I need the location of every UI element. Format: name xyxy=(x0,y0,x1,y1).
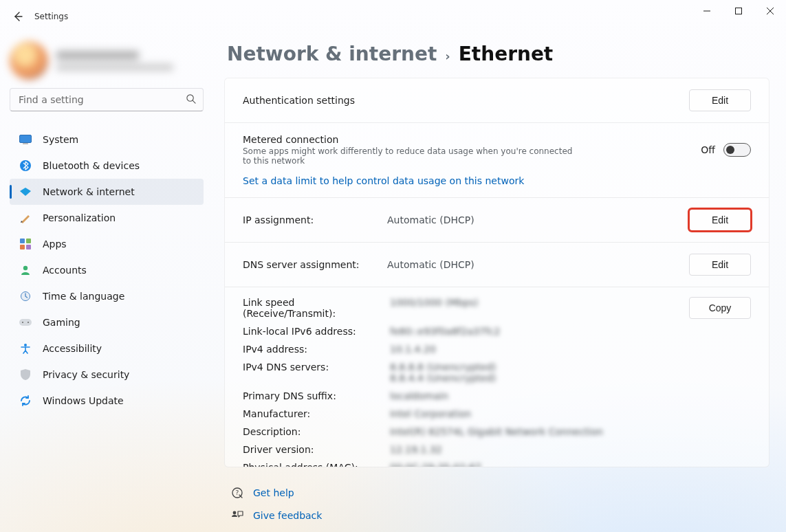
edit-auth-button[interactable]: Edit xyxy=(689,89,751,111)
system-icon xyxy=(18,132,33,147)
detail-value: 8.8.8.8 (Unencrypted) 8.8.4.4 (Unencrypt… xyxy=(390,362,675,384)
detail-key: Driver version: xyxy=(243,444,387,455)
svg-rect-11 xyxy=(19,319,32,326)
sidebar-item-label: Privacy & security xyxy=(43,369,129,380)
user-account-area[interactable] xyxy=(10,36,204,85)
data-limit-link[interactable]: Set a data limit to help control data us… xyxy=(243,175,524,186)
feedback-icon xyxy=(228,510,246,521)
window-controls xyxy=(691,0,786,22)
footer-link-label: Get help xyxy=(253,487,294,498)
row-value: Automatic (DHCP) xyxy=(387,259,689,270)
settings-panel: Authentication settings Edit Metered con… xyxy=(224,78,769,467)
sidebar-item-apps[interactable]: Apps xyxy=(10,231,204,257)
sidebar-item-label: Windows Update xyxy=(43,395,124,406)
detail-value: 10.1.4.20 xyxy=(390,344,675,355)
svg-point-1 xyxy=(187,95,193,101)
maximize-icon xyxy=(735,8,742,14)
close-button[interactable] xyxy=(754,0,786,22)
row-title: Authentication settings xyxy=(243,95,689,106)
svg-rect-6 xyxy=(26,239,31,243)
row-value: Automatic (DHCP) xyxy=(387,214,689,225)
breadcrumb-parent[interactable]: Network & internet xyxy=(227,43,437,65)
svg-rect-5 xyxy=(20,239,25,243)
sidebar-item-network[interactable]: Network & internet xyxy=(10,179,204,205)
accounts-icon xyxy=(18,263,33,278)
search-box[interactable] xyxy=(10,88,204,111)
back-button[interactable] xyxy=(4,11,32,22)
network-icon xyxy=(18,184,33,199)
detail-key: Primary DNS suffix: xyxy=(243,390,387,401)
detail-key: Link speed (Receive/Transmit): xyxy=(243,297,387,319)
row-dns-assignment: DNS server assignment: Automatic (DHCP) … xyxy=(225,243,769,287)
breadcrumb: Network & internet › Ethernet xyxy=(227,43,769,65)
detail-value: fe80::e93f0a8f2a37fc2 xyxy=(390,326,675,337)
edit-ip-button[interactable]: Edit xyxy=(689,209,751,231)
detail-key: Description: xyxy=(243,426,387,437)
detail-key: Manufacturer: xyxy=(243,408,387,419)
gaming-icon xyxy=(18,315,33,330)
svg-rect-7 xyxy=(20,245,25,250)
update-icon xyxy=(18,393,33,408)
give-feedback-link[interactable]: Give feedback xyxy=(228,510,769,521)
metered-toggle[interactable] xyxy=(723,143,751,157)
detail-value: 1000/1000 (Mbps) xyxy=(390,297,675,319)
help-icon: ? xyxy=(228,487,246,499)
detail-value: localdomain xyxy=(390,390,675,401)
sidebar-item-label: Accounts xyxy=(43,265,87,276)
detail-key: Physical address (MAC): xyxy=(243,462,387,467)
footer-links: ? Get help Give feedback xyxy=(224,487,769,532)
search-icon xyxy=(186,93,196,106)
sidebar-item-label: System xyxy=(43,134,78,145)
edit-dns-button[interactable]: Edit xyxy=(689,254,751,276)
arrow-left-icon xyxy=(12,11,23,22)
detail-value: Intel(R) 82574L Gigabit Network Connecti… xyxy=(390,426,675,437)
footer-link-label: Give feedback xyxy=(253,510,322,521)
row-title: Metered connection xyxy=(243,134,701,145)
svg-rect-3 xyxy=(23,143,28,144)
svg-text:?: ? xyxy=(236,489,239,496)
clock-icon xyxy=(18,289,33,304)
sidebar-item-label: Gaming xyxy=(43,317,80,328)
svg-rect-2 xyxy=(20,135,32,143)
sidebar-item-accessibility[interactable]: Accessibility xyxy=(10,335,204,362)
get-help-link[interactable]: ? Get help xyxy=(228,487,769,499)
sidebar-item-accounts[interactable]: Accounts xyxy=(10,257,204,283)
sidebar-item-label: Personalization xyxy=(43,212,116,223)
sidebar-item-system[interactable]: System xyxy=(10,126,204,153)
search-input[interactable] xyxy=(10,94,203,105)
minimize-button[interactable] xyxy=(691,0,723,22)
sidebar-item-bluetooth[interactable]: Bluetooth & devices xyxy=(10,153,204,179)
apps-icon xyxy=(18,236,33,252)
main-content: Network & internet › Ethernet Authentica… xyxy=(213,33,786,532)
sidebar-item-personalization[interactable]: Personalization xyxy=(10,205,204,231)
personalization-icon xyxy=(18,210,33,225)
sidebar-item-privacy[interactable]: Privacy & security xyxy=(10,362,204,388)
title-bar: Settings xyxy=(0,0,786,33)
toggle-state-label: Off xyxy=(701,144,715,155)
nav-list: System Bluetooth & devices Network & int… xyxy=(10,126,204,414)
svg-point-13 xyxy=(28,322,29,323)
sidebar-item-label: Bluetooth & devices xyxy=(43,160,140,171)
sidebar-item-update[interactable]: Windows Update xyxy=(10,388,204,414)
sidebar-item-label: Accessibility xyxy=(43,343,102,354)
sidebar-item-gaming[interactable]: Gaming xyxy=(10,309,204,335)
detail-key: Link-local IPv6 address: xyxy=(243,326,387,337)
accessibility-icon xyxy=(18,341,33,356)
sidebar-item-label: Apps xyxy=(43,239,67,250)
bluetooth-icon xyxy=(18,158,33,173)
app-title: Settings xyxy=(34,12,68,21)
sidebar-item-time[interactable]: Time & language xyxy=(10,283,204,309)
svg-point-17 xyxy=(233,511,237,515)
breadcrumb-current: Ethernet xyxy=(459,43,554,65)
row-label: IP assignment: xyxy=(243,214,314,225)
sidebar-item-label: Network & internet xyxy=(43,186,135,197)
row-authentication: Authentication settings Edit xyxy=(225,78,769,123)
detail-key: IPv4 address: xyxy=(243,344,387,355)
row-metered: Metered connection Some apps might work … xyxy=(225,123,769,198)
sidebar: System Bluetooth & devices Network & int… xyxy=(0,33,213,532)
svg-rect-8 xyxy=(26,245,31,250)
detail-value: 00-0C-29-35-02-67 xyxy=(390,462,675,467)
detail-key: IPv4 DNS servers: xyxy=(243,362,387,384)
maximize-button[interactable] xyxy=(723,0,754,22)
copy-details-button[interactable]: Copy xyxy=(689,297,751,319)
